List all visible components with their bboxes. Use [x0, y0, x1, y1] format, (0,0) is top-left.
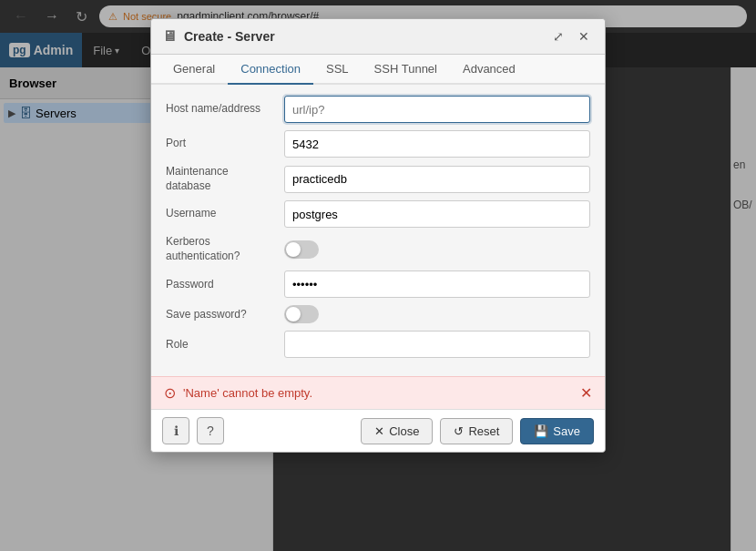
save-password-row: Save password?	[166, 305, 590, 323]
tab-ssl[interactable]: SSL	[313, 55, 362, 85]
create-server-modal: 🖥 Create - Server ⤢ ✕ General Connection…	[150, 18, 606, 453]
close-icon: ✕	[374, 424, 384, 438]
close-button[interactable]: ✕ Close	[361, 418, 433, 444]
save-icon: 💾	[534, 424, 548, 438]
modal-tabs: General Connection SSL SSH Tunnel Advanc…	[151, 55, 605, 85]
main-area: Browser ☰ ▦ ⛃ 🔍 ▶ 🗄 Servers en OB/	[0, 67, 756, 551]
tab-general-label: General	[173, 62, 215, 76]
save-password-label: Save password?	[166, 308, 275, 322]
modal-controls: ⤢ ✕	[548, 26, 594, 46]
tab-ssh-tunnel[interactable]: SSH Tunnel	[362, 55, 450, 85]
save-label: Save	[553, 424, 580, 438]
maintenance-db-input[interactable]	[284, 166, 590, 193]
username-row: Username	[166, 200, 590, 228]
role-row: Role	[166, 331, 590, 358]
port-input[interactable]	[284, 130, 590, 158]
error-close-button[interactable]: ✕	[580, 384, 592, 402]
tab-connection[interactable]: Connection	[228, 55, 313, 85]
tab-connection-label: Connection	[240, 62, 301, 76]
tab-advanced-label: Advanced	[463, 62, 516, 76]
modal-body: Host name/address Port Maintenance datab…	[151, 85, 605, 376]
modal-expand-button[interactable]: ⤢	[548, 26, 568, 46]
kerberos-toggle-knob	[286, 242, 301, 257]
save-password-toggle[interactable]	[284, 305, 319, 323]
save-button[interactable]: 💾 Save	[520, 418, 594, 444]
kerberos-toggle[interactable]	[284, 240, 319, 259]
tab-ssh-tunnel-label: SSH Tunnel	[374, 62, 437, 76]
kerberos-label: Kerberos authentication?	[166, 235, 275, 263]
username-input[interactable]	[284, 200, 590, 228]
host-label: Host name/address	[166, 102, 275, 117]
server-title-icon: 🖥	[162, 28, 177, 45]
tab-general[interactable]: General	[160, 55, 228, 85]
kerberos-row: Kerberos authentication?	[166, 235, 590, 263]
modal-title: 🖥 Create - Server	[162, 28, 275, 45]
modal-header: 🖥 Create - Server ⤢ ✕	[151, 19, 605, 55]
role-label: Role	[166, 338, 275, 352]
port-label: Port	[166, 137, 275, 151]
error-message: 'Name' cannot be empty.	[183, 386, 312, 400]
reset-icon: ↺	[454, 424, 464, 438]
info-button[interactable]: ℹ	[162, 417, 189, 444]
modal-close-x-button[interactable]: ✕	[574, 26, 594, 46]
username-label: Username	[166, 207, 275, 221]
tab-ssl-label: SSL	[326, 62, 349, 76]
reset-button[interactable]: ↺ Reset	[440, 418, 513, 444]
password-input[interactable]	[284, 270, 590, 298]
reset-label: Reset	[468, 424, 499, 438]
modal-footer: ℹ ? ✕ Close ↺ Reset 💾 Save	[151, 409, 605, 452]
tab-advanced[interactable]: Advanced	[450, 55, 528, 85]
error-bar: ⊙ 'Name' cannot be empty. ✕	[151, 376, 605, 409]
host-row: Host name/address	[166, 96, 590, 123]
port-row: Port	[166, 130, 590, 158]
close-label: Close	[389, 424, 419, 438]
role-input[interactable]	[284, 331, 590, 358]
error-icon: ⊙	[164, 384, 176, 402]
help-button[interactable]: ?	[197, 417, 224, 444]
password-label: Password	[166, 278, 275, 292]
host-input[interactable]	[284, 96, 590, 123]
password-row: Password	[166, 270, 590, 298]
save-password-toggle-knob	[286, 307, 301, 321]
modal-title-text: Create - Server	[184, 29, 275, 44]
maintenance-db-label: Maintenance database	[166, 165, 275, 193]
maintenance-db-row: Maintenance database	[166, 165, 590, 193]
modal-overlay: 🖥 Create - Server ⤢ ✕ General Connection…	[0, 0, 756, 551]
